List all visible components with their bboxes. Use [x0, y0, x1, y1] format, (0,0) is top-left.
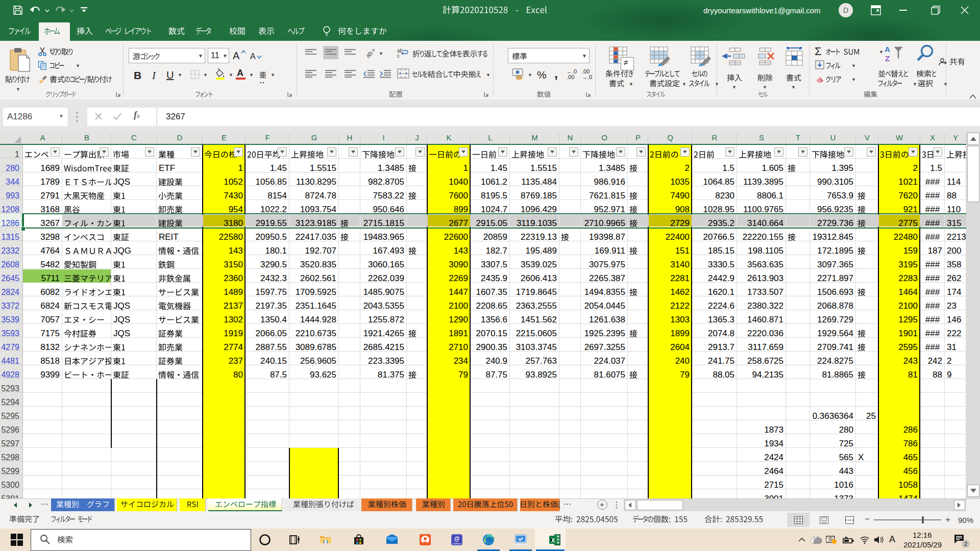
svg-text:menu: menu [453, 542, 460, 545]
svg-text:c: c [397, 53, 400, 58]
svg-text:X: X [551, 537, 555, 543]
svg-text:@: @ [454, 535, 460, 542]
